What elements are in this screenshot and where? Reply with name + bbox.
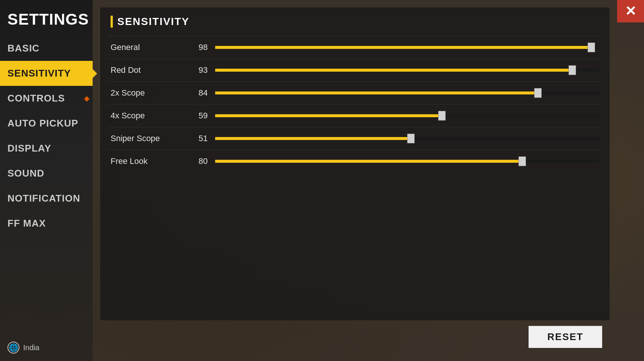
app-container: SETTINGS BASICSENSITIVITYCONTROLSAUTO PI…: [0, 0, 644, 361]
close-icon: ✕: [625, 4, 636, 18]
close-button[interactable]: ✕: [617, 0, 644, 22]
sidebar: SETTINGS BASICSENSITIVITYCONTROLSAUTO PI…: [0, 0, 93, 361]
slider-row-red-dot: Red Dot93: [108, 59, 602, 81]
slider-thumb-red-dot[interactable]: [569, 65, 576, 75]
nav-items: BASICSENSITIVITYCONTROLSAUTO PICKUPDISPL…: [0, 36, 93, 334]
slider-track-red-dot[interactable]: [215, 65, 599, 75]
slider-value-free-look: 80: [185, 156, 208, 166]
settings-title: SETTINGS: [0, 4, 93, 36]
slider-label-general: General: [111, 43, 185, 52]
slider-row-free-look: Free Look80: [108, 150, 602, 172]
slider-value-red-dot: 93: [185, 65, 208, 75]
slider-label-4x-scope: 4x Scope: [111, 111, 185, 121]
slider-value-4x-scope: 59: [185, 111, 208, 121]
slider-track-sniper-scope[interactable]: [215, 133, 599, 144]
sidebar-footer: 🌐 India: [0, 334, 93, 361]
sidebar-item-display[interactable]: DISPLAY: [0, 136, 93, 161]
slider-value-sniper-scope: 51: [185, 134, 208, 143]
slider-row-general: General98: [108, 36, 602, 59]
slider-thumb-general[interactable]: [588, 43, 595, 52]
sidebar-item-auto-pickup[interactable]: AUTO PICKUP: [0, 111, 93, 136]
section-indicator: [111, 16, 113, 28]
slider-label-red-dot: Red Dot: [111, 65, 185, 75]
sliders-container: General98Red Dot932x Scope844x Scope59Sn…: [100, 36, 610, 172]
slider-label-2x-scope: 2x Scope: [111, 88, 185, 98]
sidebar-item-notification[interactable]: NOTIFICATION: [0, 186, 93, 211]
slider-value-general: 98: [185, 43, 208, 52]
globe-icon: 🌐: [7, 342, 19, 354]
sidebar-item-ff-max[interactable]: FF MAX: [0, 211, 93, 236]
settings-panel: SENSITIVITY General98Red Dot932x Scope84…: [100, 7, 610, 320]
slider-track-2x-scope[interactable]: [215, 88, 599, 98]
slider-label-sniper-scope: Sniper Scope: [111, 134, 185, 143]
slider-row-2x-scope: 2x Scope84: [108, 81, 602, 104]
reset-button[interactable]: RESET: [529, 326, 602, 348]
slider-thumb-free-look[interactable]: [518, 156, 526, 166]
slider-thumb-sniper-scope[interactable]: [407, 134, 415, 143]
main-content: ✕ SENSITIVITY General98Red Dot932x Scope…: [93, 0, 644, 361]
sidebar-item-basic[interactable]: BASIC: [0, 36, 93, 61]
slider-track-free-look[interactable]: [215, 156, 599, 167]
sidebar-item-sound[interactable]: SOUND: [0, 161, 93, 186]
sidebar-item-controls[interactable]: CONTROLS: [0, 86, 93, 111]
section-header: SENSITIVITY: [100, 7, 610, 36]
slider-track-general[interactable]: [215, 42, 599, 53]
slider-row-4x-scope: 4x Scope59: [108, 104, 602, 127]
sidebar-item-sensitivity[interactable]: SENSITIVITY: [0, 61, 93, 86]
slider-thumb-2x-scope[interactable]: [534, 88, 542, 98]
region-label: India: [23, 343, 39, 352]
slider-label-free-look: Free Look: [111, 156, 185, 166]
slider-row-sniper-scope: Sniper Scope51: [108, 127, 602, 150]
slider-track-4x-scope[interactable]: [215, 111, 599, 121]
section-title: SENSITIVITY: [117, 16, 189, 28]
slider-thumb-4x-scope[interactable]: [438, 111, 446, 121]
slider-value-2x-scope: 84: [185, 88, 208, 98]
bottom-bar: RESET: [100, 320, 610, 354]
